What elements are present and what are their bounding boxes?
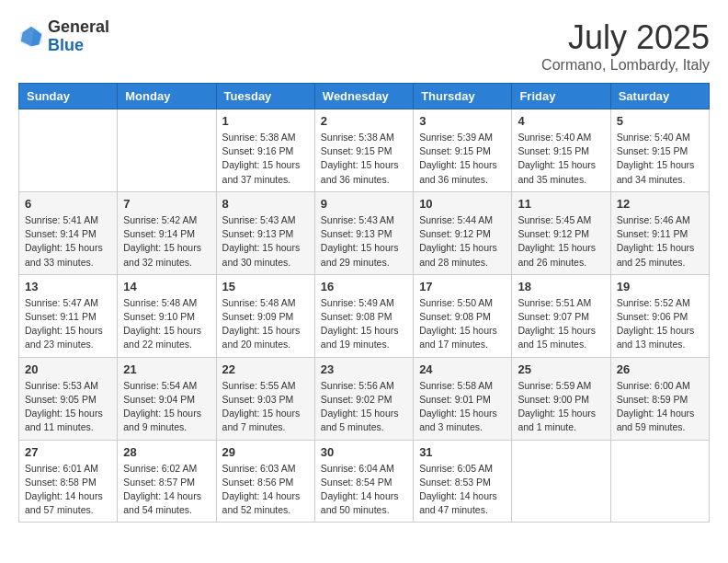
daylight-text: Daylight: 15 hours and 5 minutes. — [321, 408, 399, 432]
column-header-thursday: Thursday — [414, 84, 512, 109]
column-header-saturday: Saturday — [610, 84, 709, 109]
calendar-header-row: SundayMondayTuesdayWednesdayThursdayFrid… — [19, 84, 710, 109]
calendar-cell: 14 Sunrise: 5:48 AM Sunset: 9:10 PM Dayl… — [118, 274, 216, 357]
day-number: 23 — [321, 362, 407, 376]
sunset-text: Sunset: 8:58 PM — [25, 477, 97, 488]
sunrise-text: Sunrise: 5:50 AM — [419, 297, 493, 308]
sunset-text: Sunset: 9:03 PM — [222, 394, 294, 405]
day-number: 20 — [25, 362, 111, 376]
page-header: General Blue July 2025 Cormano, Lombardy… — [18, 18, 710, 74]
location-text: Cormano, Lombardy, Italy — [541, 57, 710, 74]
sunset-text: Sunset: 9:05 PM — [25, 394, 97, 405]
daylight-text: Daylight: 15 hours and 28 minutes. — [419, 242, 497, 267]
day-info: Sunrise: 6:03 AM Sunset: 8:56 PM Dayligh… — [222, 462, 309, 518]
day-info: Sunrise: 5:40 AM Sunset: 9:15 PM Dayligh… — [617, 131, 703, 187]
sunrise-text: Sunrise: 5:55 AM — [222, 380, 296, 391]
sunset-text: Sunset: 9:06 PM — [617, 311, 688, 322]
calendar-cell — [512, 440, 610, 523]
logo-icon — [18, 24, 44, 50]
sunrise-text: Sunrise: 5:48 AM — [222, 297, 296, 308]
day-info: Sunrise: 6:01 AM Sunset: 8:58 PM Dayligh… — [25, 462, 111, 518]
day-info: Sunrise: 5:38 AM Sunset: 9:16 PM Dayligh… — [222, 131, 309, 187]
day-number: 24 — [419, 362, 506, 376]
day-number: 30 — [321, 445, 407, 459]
sunset-text: Sunset: 9:15 PM — [617, 145, 688, 156]
sunset-text: Sunset: 9:08 PM — [321, 311, 392, 322]
day-info: Sunrise: 5:48 AM Sunset: 9:10 PM Dayligh… — [123, 296, 210, 352]
calendar-cell: 26 Sunrise: 6:00 AM Sunset: 8:59 PM Dayl… — [610, 357, 709, 440]
day-info: Sunrise: 5:39 AM Sunset: 9:15 PM Dayligh… — [419, 131, 506, 187]
column-header-sunday: Sunday — [19, 84, 118, 109]
day-info: Sunrise: 5:56 AM Sunset: 9:02 PM Dayligh… — [321, 379, 407, 435]
logo: General Blue — [18, 18, 109, 55]
calendar-cell: 25 Sunrise: 5:59 AM Sunset: 9:00 PM Dayl… — [512, 357, 610, 440]
daylight-text: Daylight: 15 hours and 1 minute. — [518, 408, 596, 432]
sunset-text: Sunset: 9:12 PM — [419, 228, 491, 239]
calendar-week-row: 27 Sunrise: 6:01 AM Sunset: 8:58 PM Dayl… — [19, 440, 710, 523]
day-number: 28 — [123, 445, 210, 459]
sunset-text: Sunset: 8:57 PM — [123, 477, 195, 488]
day-number: 10 — [419, 197, 506, 211]
day-info: Sunrise: 5:58 AM Sunset: 9:01 PM Dayligh… — [419, 379, 506, 435]
daylight-text: Daylight: 15 hours and 37 minutes. — [222, 159, 301, 184]
calendar-cell: 4 Sunrise: 5:40 AM Sunset: 9:15 PM Dayli… — [512, 109, 610, 192]
day-info: Sunrise: 5:44 AM Sunset: 9:12 PM Dayligh… — [419, 213, 506, 270]
calendar-week-row: 1 Sunrise: 5:38 AM Sunset: 9:16 PM Dayli… — [19, 109, 710, 192]
sunrise-text: Sunrise: 5:53 AM — [25, 380, 98, 391]
logo-general-text: General — [48, 17, 109, 36]
day-info: Sunrise: 5:40 AM Sunset: 9:15 PM Dayligh… — [518, 131, 604, 187]
sunrise-text: Sunrise: 5:49 AM — [321, 297, 394, 308]
daylight-text: Daylight: 15 hours and 26 minutes. — [518, 242, 596, 267]
day-info: Sunrise: 5:42 AM Sunset: 9:14 PM Dayligh… — [123, 213, 210, 270]
calendar-cell: 7 Sunrise: 5:42 AM Sunset: 9:14 PM Dayli… — [118, 191, 216, 274]
month-year-title: July 2025 — [541, 18, 710, 57]
day-number: 17 — [419, 280, 506, 293]
day-number: 1 — [222, 114, 309, 128]
sunrise-text: Sunrise: 6:03 AM — [222, 463, 296, 474]
calendar-cell: 2 Sunrise: 5:38 AM Sunset: 9:15 PM Dayli… — [314, 109, 413, 192]
day-number: 31 — [419, 445, 506, 459]
column-header-tuesday: Tuesday — [216, 84, 314, 109]
calendar-cell: 24 Sunrise: 5:58 AM Sunset: 9:01 PM Dayl… — [414, 357, 512, 440]
sunrise-text: Sunrise: 5:59 AM — [518, 380, 591, 391]
daylight-text: Daylight: 15 hours and 32 minutes. — [123, 242, 201, 267]
calendar-table: SundayMondayTuesdayWednesdayThursdayFrid… — [18, 83, 710, 523]
sunrise-text: Sunrise: 5:56 AM — [321, 380, 394, 391]
calendar-week-row: 6 Sunrise: 5:41 AM Sunset: 9:14 PM Dayli… — [19, 191, 710, 274]
sunset-text: Sunset: 9:16 PM — [222, 145, 294, 156]
sunrise-text: Sunrise: 5:43 AM — [321, 214, 394, 225]
day-info: Sunrise: 5:41 AM Sunset: 9:14 PM Dayligh… — [25, 213, 111, 270]
day-info: Sunrise: 6:02 AM Sunset: 8:57 PM Dayligh… — [123, 462, 210, 518]
daylight-text: Daylight: 15 hours and 36 minutes. — [321, 159, 399, 184]
column-header-monday: Monday — [118, 84, 216, 109]
sunrise-text: Sunrise: 5:47 AM — [25, 297, 98, 308]
day-number: 26 — [617, 362, 703, 376]
sunset-text: Sunset: 9:08 PM — [419, 311, 491, 322]
sunset-text: Sunset: 8:59 PM — [617, 394, 688, 405]
calendar-cell: 5 Sunrise: 5:40 AM Sunset: 9:15 PM Dayli… — [610, 109, 709, 192]
day-info: Sunrise: 5:49 AM Sunset: 9:08 PM Dayligh… — [321, 296, 407, 352]
sunset-text: Sunset: 9:00 PM — [518, 394, 589, 405]
day-info: Sunrise: 5:38 AM Sunset: 9:15 PM Dayligh… — [321, 131, 407, 187]
calendar-cell: 12 Sunrise: 5:46 AM Sunset: 9:11 PM Dayl… — [610, 191, 709, 274]
sunrise-text: Sunrise: 6:04 AM — [321, 463, 394, 474]
sunrise-text: Sunrise: 5:38 AM — [321, 132, 394, 143]
day-number: 8 — [222, 197, 309, 211]
day-number: 3 — [419, 114, 506, 128]
calendar-cell: 31 Sunrise: 6:05 AM Sunset: 8:53 PM Dayl… — [414, 440, 512, 523]
calendar-cell: 15 Sunrise: 5:48 AM Sunset: 9:09 PM Dayl… — [216, 274, 314, 357]
sunrise-text: Sunrise: 5:54 AM — [123, 380, 197, 391]
sunset-text: Sunset: 9:01 PM — [419, 394, 491, 405]
calendar-cell: 8 Sunrise: 5:43 AM Sunset: 9:13 PM Dayli… — [216, 191, 314, 274]
sunset-text: Sunset: 8:53 PM — [419, 477, 491, 488]
daylight-text: Daylight: 15 hours and 25 minutes. — [617, 242, 695, 267]
day-info: Sunrise: 6:05 AM Sunset: 8:53 PM Dayligh… — [419, 462, 506, 518]
sunset-text: Sunset: 9:07 PM — [518, 311, 589, 322]
daylight-text: Daylight: 15 hours and 33 minutes. — [25, 242, 103, 267]
calendar-cell: 3 Sunrise: 5:39 AM Sunset: 9:15 PM Dayli… — [414, 109, 512, 192]
sunrise-text: Sunrise: 6:00 AM — [617, 380, 690, 391]
daylight-text: Daylight: 14 hours and 47 minutes. — [419, 490, 497, 515]
day-info: Sunrise: 5:48 AM Sunset: 9:09 PM Dayligh… — [222, 296, 309, 352]
sunrise-text: Sunrise: 5:44 AM — [419, 214, 493, 225]
sunset-text: Sunset: 9:02 PM — [321, 394, 392, 405]
